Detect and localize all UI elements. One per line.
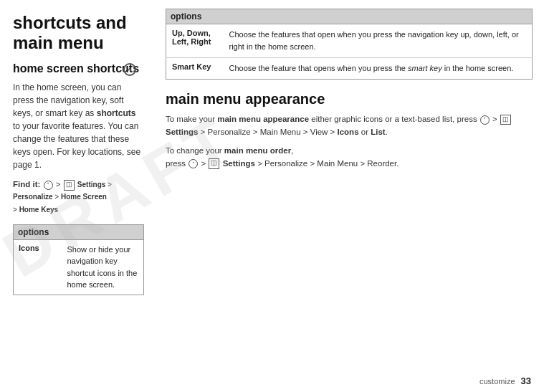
para2-prefix: To change your	[166, 146, 224, 155]
option-name-directions: Up, Down, Left, Right	[166, 24, 224, 58]
page-title: shortcuts and main menu	[13, 13, 144, 52]
left-options-header: options	[14, 224, 144, 239]
table-row-up-down: Up, Down, Left, Right Choose the feature…	[166, 24, 533, 58]
right-column: options Up, Down, Left, Right Choose the…	[154, 0, 544, 392]
para1-suffix1: either graphic icons or a text-based lis…	[309, 115, 479, 123]
option-desc-directions: Choose the features that open when you p…	[224, 24, 533, 58]
para1-or: or	[359, 128, 371, 136]
para1-list: List	[371, 128, 385, 136]
main-menu-para1: To make your main menu appearance either…	[166, 113, 533, 139]
left-options-table: options Icons Show or hide your navigati…	[13, 224, 144, 295]
page-number: 33	[521, 376, 531, 386]
right-options-table: options Up, Down, Left, Right Choose the…	[166, 9, 533, 80]
page-label: customize	[479, 377, 515, 386]
main-menu-heading: main menu appearance	[166, 91, 533, 107]
page: DRAFT shortcuts and main menu home scree…	[0, 0, 544, 392]
find-it-label: Find it:	[13, 180, 40, 188]
para1-suffix2: > Personalize > Main Menu > View >	[198, 128, 337, 136]
para1-bold: main menu appearance	[217, 115, 309, 123]
right-options-header: options	[166, 9, 533, 24]
para2-menu-icon: ◫	[209, 158, 219, 169]
home-shortcuts-body: In the home screen, you can press the na…	[13, 81, 144, 171]
option-desc-icons: Show or hide your navigation key shortcu…	[62, 239, 144, 295]
para1-settings: Settings	[166, 128, 198, 136]
para2-press: press	[166, 159, 188, 168]
smart-key-desc-prefix: Choose the feature that opens when you p…	[229, 64, 409, 72]
para2-nav-icon: ·	[189, 159, 198, 168]
option-desc-smart-key: Choose the feature that opens when you p…	[224, 58, 533, 80]
option-name-icons: Icons	[14, 239, 62, 295]
find-it-menu-icon: ◫	[64, 180, 75, 191]
para2-bold: main menu order	[224, 146, 291, 155]
para2-comma: ,	[291, 146, 293, 155]
smart-key-icon	[123, 63, 136, 76]
nav-dot-icon: ·	[44, 181, 53, 190]
para1-icons: Icons	[338, 128, 359, 136]
right-options-header-row: options	[166, 9, 533, 24]
smart-key-desc-suffix: in the home screen.	[442, 64, 514, 72]
body-text-2: to your favorite features. You can chang…	[13, 121, 140, 170]
option-name-smart-key: Smart Key	[166, 58, 224, 80]
table-row-smart-key: Smart Key Choose the feature that opens …	[166, 58, 533, 80]
find-it-path-1: >	[56, 180, 63, 188]
smart-key-desc-italic: smart key	[408, 64, 442, 72]
para2-suffix2: > Personalize > Main Menu > Reorder.	[255, 159, 399, 168]
para2-settings: Settings	[220, 159, 255, 168]
body-text-bold: shortcuts	[97, 108, 136, 118]
para1-prefix: To make your	[166, 115, 217, 123]
left-column: shortcuts and main menu home screen shor…	[0, 0, 154, 392]
main-menu-para2: To change your main menu order, press · …	[166, 145, 533, 171]
para1-nav-icon: ·	[480, 115, 490, 125]
find-it: Find it: · > ◫ Settings > Personalize > …	[13, 178, 144, 216]
para1-end: .	[386, 128, 388, 136]
table-row: Icons Show or hide your navigation key s…	[14, 239, 144, 295]
page-number-bar: customize 33	[479, 376, 531, 386]
para1-menu-icon: ◫	[500, 115, 511, 125]
left-options-header-row: options	[14, 224, 144, 239]
